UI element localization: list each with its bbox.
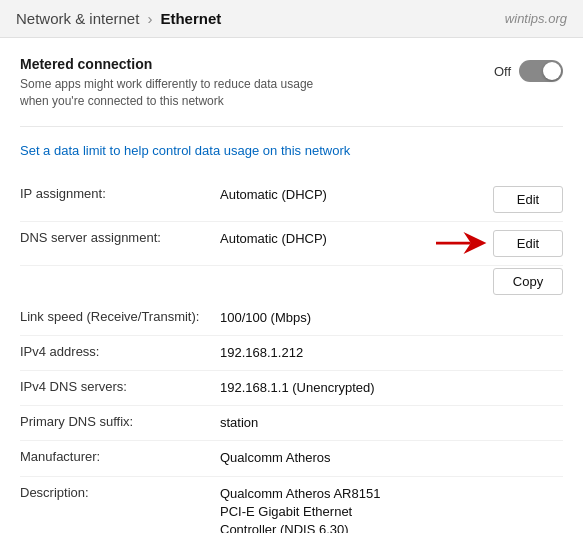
manufacturer-value: Qualcomm Atheros bbox=[220, 449, 563, 467]
ipv4-address-label: IPv4 address: bbox=[20, 344, 220, 359]
network-info-table: IP assignment: Automatic (DHCP) Edit DNS… bbox=[20, 178, 563, 533]
dns-edit-button[interactable]: Edit bbox=[493, 230, 563, 257]
manufacturer-label: Manufacturer: bbox=[20, 449, 220, 464]
ip-assignment-value: Automatic (DHCP) bbox=[220, 186, 483, 204]
metered-description: Some apps might work differently to redu… bbox=[20, 76, 360, 110]
ipv4-dns-value: 192.168.1.1 (Unencrypted) bbox=[220, 379, 563, 397]
ip-edit-button[interactable]: Edit bbox=[493, 186, 563, 213]
link-speed-row: Link speed (Receive/Transmit): 100/100 (… bbox=[20, 301, 563, 336]
breadcrumb-network[interactable]: Network & internet bbox=[16, 10, 139, 27]
primary-dns-suffix-row: Primary DNS suffix: station bbox=[20, 406, 563, 441]
ip-assignment-label: IP assignment: bbox=[20, 186, 220, 201]
copy-button-container: Copy bbox=[20, 268, 563, 301]
metered-toggle-container[interactable]: Off bbox=[494, 60, 563, 82]
manufacturer-row: Manufacturer: Qualcomm Atheros bbox=[20, 441, 563, 476]
primary-dns-suffix-label: Primary DNS suffix: bbox=[20, 414, 220, 429]
ipv4-dns-row: IPv4 DNS servers: 192.168.1.1 (Unencrypt… bbox=[20, 371, 563, 406]
link-speed-label: Link speed (Receive/Transmit): bbox=[20, 309, 220, 324]
watermark: wintips.org bbox=[505, 11, 567, 26]
breadcrumb-separator: › bbox=[147, 10, 152, 27]
link-speed-value: 100/100 (Mbps) bbox=[220, 309, 563, 327]
dns-assignment-label: DNS server assignment: bbox=[20, 230, 220, 245]
metered-title: Metered connection bbox=[20, 56, 494, 72]
primary-dns-suffix-value: station bbox=[220, 414, 563, 432]
main-content: Metered connection Some apps might work … bbox=[0, 38, 583, 533]
metered-connection-section: Metered connection Some apps might work … bbox=[20, 56, 563, 127]
breadcrumb-current: Ethernet bbox=[160, 10, 221, 27]
ipv4-address-value: 192.168.1.212 bbox=[220, 344, 563, 362]
copy-button[interactable]: Copy bbox=[493, 268, 563, 295]
ip-assignment-action: Edit bbox=[493, 186, 563, 213]
ipv4-dns-label: IPv4 DNS servers: bbox=[20, 379, 220, 394]
page-header: Network & internet › Ethernet wintips.or… bbox=[0, 0, 583, 38]
dns-row-wrapper: DNS server assignment: Automatic (DHCP) … bbox=[20, 222, 563, 301]
description-label: Description: bbox=[20, 485, 220, 500]
data-limit-link[interactable]: Set a data limit to help control data us… bbox=[20, 143, 563, 158]
description-value: Qualcomm Atheros AR8151PCI-E Gigabit Eth… bbox=[220, 485, 563, 533]
description-row: Description: Qualcomm Atheros AR8151PCI-… bbox=[20, 477, 563, 533]
dns-assignment-value: Automatic (DHCP) bbox=[220, 230, 483, 248]
metered-text-block: Metered connection Some apps might work … bbox=[20, 56, 494, 110]
dns-assignment-action: Edit bbox=[493, 230, 563, 257]
dns-assignment-row: DNS server assignment: Automatic (DHCP) … bbox=[20, 222, 563, 266]
ipv4-address-row: IPv4 address: 192.168.1.212 bbox=[20, 336, 563, 371]
metered-toggle[interactable] bbox=[519, 60, 563, 82]
toggle-knob bbox=[543, 62, 561, 80]
ip-assignment-row: IP assignment: Automatic (DHCP) Edit bbox=[20, 178, 563, 222]
toggle-off-label: Off bbox=[494, 64, 511, 79]
